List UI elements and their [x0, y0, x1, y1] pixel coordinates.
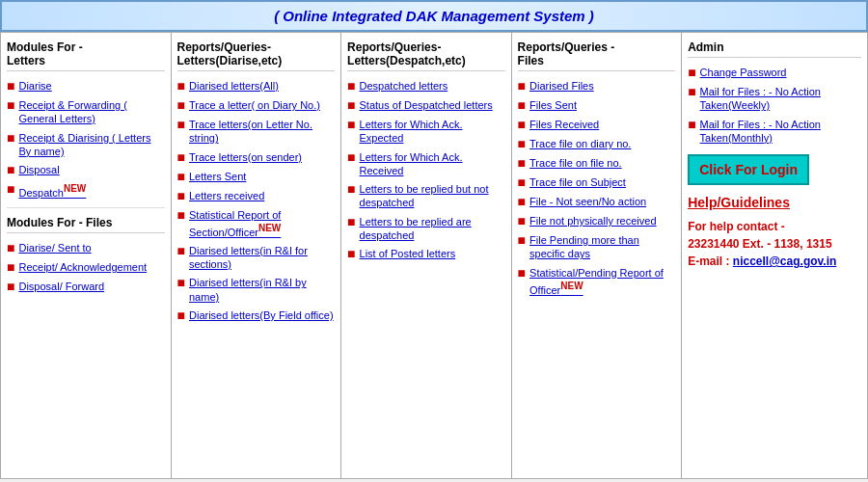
- link-ack-expected[interactable]: Letters for Which Ack. Expected: [360, 118, 505, 146]
- column-admin: Admin ■ Change Password ■ Mail for Files…: [682, 33, 867, 478]
- link-diarise-sent[interactable]: Diarise/ Sent to: [18, 241, 91, 254]
- link-diarised-field[interactable]: Diarised letters(By Field office): [189, 308, 334, 322]
- list-item[interactable]: ■ File not physically received: [518, 214, 676, 228]
- list-item[interactable]: ■ Diarised letters(All): [177, 79, 336, 94]
- link-mail-weekly[interactable]: Mail for Files : - No Action Taken(Weekl…: [700, 85, 861, 113]
- list-item[interactable]: ■ Diarise: [7, 79, 165, 94]
- list-item[interactable]: ■ DespatchNEW: [7, 182, 165, 200]
- bullet-icon: ■: [7, 181, 14, 197]
- link-statistical-report[interactable]: Statistical Report of Section/OfficerNEW: [189, 208, 335, 239]
- divider: [7, 207, 165, 208]
- bullet-icon: ■: [518, 213, 526, 228]
- list-item[interactable]: ■ Diarised letters(By Field office): [177, 308, 336, 323]
- list-item[interactable]: ■ Diarised letters(in R&I by name): [177, 276, 336, 304]
- list-item[interactable]: ■ Trace letters(on Letter No. string): [177, 118, 336, 146]
- link-diarised-ri-name[interactable]: Diarised letters(in R&I by name): [189, 276, 335, 304]
- link-receipt-diarising[interactable]: Receipt & Diarising ( Letters By name): [18, 131, 164, 159]
- bullet-icon: ■: [518, 117, 526, 132]
- list-item[interactable]: ■ Mail for Files : - No Action Taken(Mon…: [688, 118, 861, 146]
- email-link[interactable]: niccell@cag.gov.in: [733, 254, 837, 268]
- list-item[interactable]: ■ Letters to be replied but not despatch…: [347, 182, 505, 210]
- list-item[interactable]: ■ Statistical Report of Section/OfficerN…: [177, 208, 336, 239]
- list-item[interactable]: ■ Trace file on file no.: [518, 156, 676, 171]
- col-reports-despatch-title: Reports/Queries-Letters(Despatch,etc): [347, 40, 505, 71]
- link-trace-file-no[interactable]: Trace file on file no.: [529, 156, 622, 170]
- link-files-sent[interactable]: Files Sent: [529, 98, 577, 112]
- list-item[interactable]: ■ Change Password: [688, 66, 861, 80]
- link-despatched[interactable]: Despatched letters: [360, 79, 448, 93]
- link-trace-letter-no[interactable]: Trace letters(on Letter No. string): [189, 118, 335, 146]
- contact-number: 23231440 Ext. - 1138, 1315: [688, 237, 831, 251]
- link-replied-despatched[interactable]: Letters to be replied are despatched: [360, 215, 505, 243]
- link-letters-received[interactable]: Letters received: [189, 189, 264, 202]
- bullet-icon: ■: [518, 97, 526, 113]
- help-guidelines-link[interactable]: Help/Guidelines: [688, 195, 861, 210]
- list-item[interactable]: ■ Receipt/ Acknowledgement: [7, 260, 165, 275]
- link-file-not-physically[interactable]: File not physically received: [529, 214, 656, 228]
- list-item[interactable]: ■ Files Received: [518, 118, 676, 132]
- bullet-icon: ■: [518, 136, 526, 151]
- login-button[interactable]: Click For Login: [688, 154, 809, 185]
- list-item[interactable]: ■ Letters to be replied are despatched: [347, 215, 505, 243]
- list-item[interactable]: ■ Disposal/ Forward: [7, 280, 165, 294]
- list-item[interactable]: ■ Diarised Files: [518, 79, 676, 94]
- list-item[interactable]: ■ Disposal: [7, 163, 165, 177]
- link-trace-file-subject[interactable]: Trace file on Subject: [529, 175, 626, 189]
- list-item[interactable]: ■ Despatched letters: [347, 79, 505, 94]
- bullet-icon: ■: [177, 78, 185, 94]
- link-posted-letters[interactable]: List of Posted letters: [360, 247, 456, 260]
- link-diarised-all[interactable]: Diarised letters(All): [189, 79, 279, 93]
- list-item[interactable]: ■ Status of Despatched letters: [347, 98, 505, 113]
- list-item[interactable]: ■ Letters received: [177, 189, 336, 203]
- link-disposal[interactable]: Disposal: [18, 163, 59, 176]
- link-letters-sent[interactable]: Letters Sent: [189, 170, 246, 183]
- list-item[interactable]: ■ Trace letters(on sender): [177, 150, 336, 165]
- column-reports-despatch: Reports/Queries-Letters(Despatch,etc) ■ …: [341, 33, 512, 478]
- link-file-pending[interactable]: File Pending more than specific days: [529, 233, 675, 261]
- list-item[interactable]: ■ Trace a letter( on Diary No.): [177, 98, 336, 113]
- list-item[interactable]: ■ File Pending more than specific days: [518, 233, 676, 261]
- list-item[interactable]: ■ Letters for Which Ack. Expected: [347, 118, 505, 146]
- link-diarised-ri-sections[interactable]: Diarised letters(in R&I for sections): [189, 244, 335, 272]
- list-item[interactable]: ■ Files Sent: [518, 98, 676, 113]
- link-replied-not-despatched[interactable]: Letters to be replied but not despatched: [360, 182, 505, 210]
- link-disposal-forward[interactable]: Disposal/ Forward: [18, 280, 104, 293]
- link-diarised-files[interactable]: Diarised Files: [529, 79, 594, 93]
- link-trace-diary[interactable]: Trace a letter( on Diary No.): [189, 98, 320, 112]
- link-files-received[interactable]: Files Received: [529, 118, 599, 131]
- link-diarise[interactable]: Diarise: [18, 79, 51, 93]
- list-item[interactable]: ■ Diarised letters(in R&I for sections): [177, 244, 336, 272]
- bullet-icon: ■: [518, 232, 526, 248]
- list-item[interactable]: ■ Letters for Which Ack. Received: [347, 150, 505, 178]
- list-item[interactable]: ■ Receipt & Diarising ( Letters By name): [7, 131, 165, 159]
- bullet-icon: ■: [177, 308, 185, 323]
- link-status-despatched[interactable]: Status of Despatched letters: [360, 98, 493, 112]
- list-item[interactable]: ■ Statistical/Pending Report of OfficerN…: [518, 266, 676, 297]
- list-item[interactable]: ■ Mail for Files : - No Action Taken(Wee…: [688, 85, 861, 113]
- bullet-icon: ■: [177, 169, 185, 184]
- link-trace-sender[interactable]: Trace letters(on sender): [189, 150, 302, 164]
- link-change-password[interactable]: Change Password: [700, 66, 787, 79]
- link-trace-file-diary[interactable]: Trace file on diary no.: [529, 137, 631, 150]
- link-ack-received[interactable]: Letters for Which Ack. Received: [360, 150, 505, 178]
- link-receipt-forwarding[interactable]: Receipt & Forwarding ( General Letters): [18, 98, 164, 126]
- list-item[interactable]: ■ File - Not seen/No action: [518, 195, 676, 209]
- bullet-icon: ■: [688, 84, 695, 99]
- list-item[interactable]: ■ Trace file on Subject: [518, 175, 676, 190]
- link-receipt-ack[interactable]: Receipt/ Acknowledgement: [18, 260, 147, 274]
- list-item[interactable]: ■ List of Posted letters: [347, 247, 505, 261]
- link-statistical-officer[interactable]: Statistical/Pending Report of OfficerNEW: [529, 266, 675, 297]
- new-badge: NEW: [258, 223, 281, 233]
- list-item[interactable]: ■ Trace file on diary no.: [518, 137, 676, 151]
- bullet-icon: ■: [7, 130, 14, 146]
- list-item[interactable]: ■ Receipt & Forwarding ( General Letters…: [7, 98, 165, 126]
- list-item[interactable]: ■ Diarise/ Sent to: [7, 241, 165, 255]
- link-file-not-seen[interactable]: File - Not seen/No action: [529, 195, 646, 208]
- email-label: E-mail :: [688, 254, 729, 268]
- bullet-icon: ■: [347, 181, 355, 197]
- list-item[interactable]: ■ Letters Sent: [177, 170, 336, 184]
- link-mail-monthly[interactable]: Mail for Files : - No Action Taken(Month…: [700, 118, 861, 146]
- link-despatch[interactable]: DespatchNEW: [18, 182, 86, 200]
- bullet-icon: ■: [7, 78, 14, 94]
- bullet-icon: ■: [177, 275, 185, 290]
